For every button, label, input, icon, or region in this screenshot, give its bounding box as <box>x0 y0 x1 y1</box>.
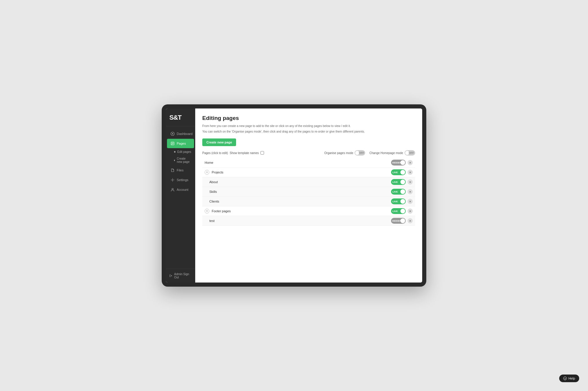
status-text: LIVE <box>392 191 398 193</box>
account-icon <box>171 188 175 192</box>
delete-button[interactable]: ✕ <box>407 189 413 194</box>
sidebar-item-account-label: Account <box>177 188 188 191</box>
pages-list: Home HIDDEN ✕ + Projects <box>202 158 415 226</box>
status-text: LIVE <box>392 181 398 183</box>
page-row[interactable]: + Footer pages LIVE ✕ <box>202 206 415 216</box>
organise-state: OFF <box>359 151 364 154</box>
status-knob <box>400 199 405 204</box>
homepage-state: OFF <box>409 151 414 154</box>
sidebar-item-account[interactable]: Account <box>167 185 194 194</box>
sidebar-item-edit-pages[interactable]: Edit pages <box>168 148 195 155</box>
toolbar-right: Organise pages mode OFF Change Homepage … <box>324 150 415 156</box>
create-new-page-label: Create new page <box>177 157 192 163</box>
organise-toggle[interactable]: OFF <box>355 150 365 156</box>
edit-pages-label: Edit pages <box>177 150 191 153</box>
logo: S&T <box>169 114 192 121</box>
status-knob <box>400 170 405 175</box>
expand-icon[interactable]: + <box>205 170 209 175</box>
status-text: HIDDEN <box>392 161 401 164</box>
status-toggle[interactable]: HIDDEN <box>391 218 406 224</box>
sidebar-item-pages[interactable]: Pages <box>167 139 194 148</box>
page-status: HIDDEN ✕ <box>391 218 413 224</box>
nav-items: Dashboard Pages <box>166 126 195 269</box>
status-toggle[interactable]: LIVE <box>391 169 406 175</box>
show-templates-label: Show template names <box>230 151 259 155</box>
dot-icon <box>174 160 175 161</box>
pages-icon <box>171 141 175 146</box>
status-toggle[interactable]: LIVE <box>391 198 406 204</box>
dashboard-icon <box>171 132 175 136</box>
status-toggle[interactable]: LIVE <box>391 189 406 195</box>
files-icon <box>171 168 175 172</box>
sidebar-item-files[interactable]: Files <box>167 166 194 175</box>
sidebar-item-dashboard[interactable]: Dashboard <box>167 129 194 138</box>
page-row[interactable]: test HIDDEN ✕ <box>202 216 415 226</box>
toolbar: Pages (click to edit) Show template name… <box>202 150 415 156</box>
delete-button[interactable]: ✕ <box>407 208 413 214</box>
status-toggle[interactable]: LIVE <box>391 179 406 185</box>
page-row[interactable]: + Projects LIVE ✕ <box>202 168 415 177</box>
homepage-label: Change Homepage mode <box>369 151 403 155</box>
expand-icon[interactable]: + <box>205 209 209 213</box>
page-name: Footer pages <box>212 209 391 213</box>
page-status: LIVE ✕ <box>391 169 413 175</box>
svg-point-6 <box>172 179 173 181</box>
page-desc-1: From here you can create a new page to a… <box>202 124 415 128</box>
homepage-toggle-group: Change Homepage mode OFF <box>369 150 415 156</box>
page-row[interactable]: About LIVE ✕ <box>202 177 415 187</box>
page-name: Clients <box>209 200 391 203</box>
page-name: Projects <box>212 171 391 174</box>
organise-label: Organise pages mode <box>324 151 353 155</box>
signout-icon <box>169 274 172 278</box>
sidebar-item-create-new-page[interactable]: Create new page <box>168 155 195 165</box>
status-knob <box>400 189 405 194</box>
svg-point-1 <box>172 133 173 134</box>
page-status: LIVE ✕ <box>391 208 413 214</box>
page-row[interactable]: Skills LIVE ✕ <box>202 187 415 197</box>
create-new-page-button[interactable]: Create new page <box>202 138 236 146</box>
delete-button[interactable]: ✕ <box>407 179 413 185</box>
sidebar-item-files-label: Files <box>177 168 183 172</box>
page-row[interactable]: Home HIDDEN ✕ <box>202 158 415 168</box>
device-frame: S&T Dashboard <box>162 104 426 287</box>
sidebar-footer: Admin Sign Out <box>166 269 195 283</box>
sidebar-item-pages-label: Pages <box>177 142 186 145</box>
delete-button[interactable]: ✕ <box>407 170 413 175</box>
delete-button[interactable]: ✕ <box>407 199 413 204</box>
page-row[interactable]: Clients LIVE ✕ <box>202 197 415 206</box>
status-text: LIVE <box>392 171 398 174</box>
main-content: Editing pages From here you can create a… <box>195 108 422 283</box>
status-knob <box>400 180 405 184</box>
page-title: Editing pages <box>202 115 415 121</box>
delete-button[interactable]: ✕ <box>407 218 413 223</box>
page-name: Skills <box>209 190 391 193</box>
page-name: About <box>209 180 391 184</box>
page-status: LIVE ✕ <box>391 198 413 204</box>
delete-button[interactable]: ✕ <box>407 160 413 165</box>
page-name: test <box>209 219 391 223</box>
dot-icon <box>174 151 176 153</box>
screen: S&T Dashboard <box>166 108 422 283</box>
sidebar-item-dashboard-label: Dashboard <box>177 132 193 136</box>
status-knob <box>400 209 405 213</box>
sign-out-label: Admin Sign Out <box>174 273 192 279</box>
status-knob <box>400 218 405 223</box>
sidebar: S&T Dashboard <box>166 108 195 283</box>
organise-toggle-group: Organise pages mode OFF <box>324 150 365 156</box>
page-status: HIDDEN ✕ <box>391 160 413 166</box>
pages-click-label: Pages (click to edit) <box>202 151 228 155</box>
svg-point-7 <box>172 188 173 190</box>
page-name: Home <box>205 161 391 164</box>
sidebar-item-settings[interactable]: Settings <box>167 175 194 185</box>
show-templates-checkbox[interactable] <box>260 151 264 155</box>
sidebar-item-settings-label: Settings <box>177 178 188 182</box>
page-status: LIVE ✕ <box>391 189 413 195</box>
homepage-toggle[interactable]: OFF <box>405 150 415 156</box>
pages-subnav: Edit pages Create new page <box>166 148 195 165</box>
status-toggle[interactable]: HIDDEN <box>391 160 406 166</box>
status-knob <box>400 160 405 165</box>
page-desc-2: You can switch on the 'Organise pages mo… <box>202 129 415 134</box>
settings-icon <box>171 178 175 182</box>
sign-out-button[interactable]: Admin Sign Out <box>169 273 192 279</box>
status-toggle[interactable]: LIVE <box>391 208 406 214</box>
